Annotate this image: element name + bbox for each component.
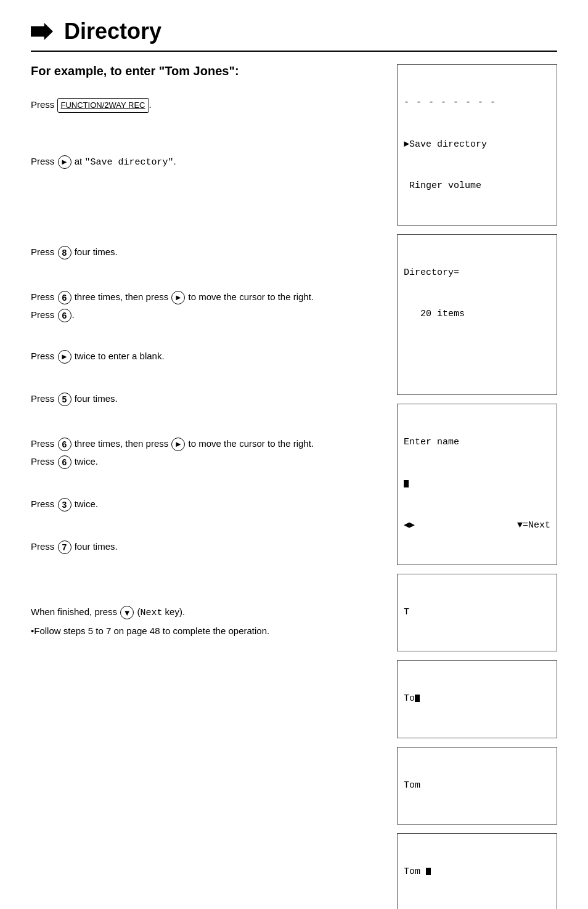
lcd-display-2: Directory= 20 items: [397, 234, 557, 396]
step-7b-text: Press 6 twice.: [31, 455, 378, 469]
lcd-3-line2: [404, 478, 550, 492]
lcd-6-line1: Tom: [404, 779, 550, 793]
step-3: Press 8 four times.: [31, 237, 378, 268]
right-arrow-key-4[interactable]: ►: [171, 438, 185, 451]
arrow-right-icon: [31, 23, 53, 40]
lcd-3-line3: ◀▶ ▼=Next: [404, 519, 550, 533]
step-8-text: Press 3 twice.: [31, 499, 98, 509]
lcd-display-1: - - - - - - - - ►Save directory Ringer v…: [397, 64, 557, 226]
lcd-1-line2: ►Save directory: [404, 138, 550, 152]
step-8: Press 3 twice.: [31, 489, 378, 520]
step-6: Press 5 four times.: [31, 383, 378, 415]
step-1: Press FUNCTION/2WAY REC.: [31, 89, 378, 121]
lcd-2-line2: 20 items: [404, 308, 550, 322]
step-10b-text: •Follow steps 5 to 7 on page 48 to compl…: [31, 624, 378, 638]
lcd-4-line1: T: [404, 606, 550, 620]
step-4a-text: Press 6 three times, then press ► to mov…: [31, 290, 378, 304]
step-5: Press ► twice to enter a blank.: [31, 341, 378, 372]
section-heading: For example, to enter "Tom Jones":: [31, 64, 378, 78]
right-arrow-key-3[interactable]: ►: [58, 350, 71, 364]
key-6a[interactable]: 6: [58, 291, 71, 304]
function-key[interactable]: FUNCTION/2WAY REC: [57, 98, 149, 113]
lcd-displays-column: - - - - - - - - ►Save directory Ringer v…: [397, 64, 557, 909]
step-9: Press 7 four times.: [31, 531, 378, 563]
key-6c[interactable]: 6: [58, 438, 71, 451]
step-2: Press ► at "Save directory".: [31, 146, 378, 179]
step-7a-text: Press 6 three times, then press ► to mov…: [31, 437, 378, 451]
step-9-text: Press 7 four times.: [31, 541, 118, 552]
right-arrow-key-2[interactable]: ►: [171, 291, 185, 304]
step-5-text: Press ► twice to enter a blank.: [31, 351, 165, 361]
right-arrow-key[interactable]: ►: [58, 155, 71, 169]
key-6b[interactable]: 6: [58, 309, 71, 322]
lcd-1-line3: Ringer volume: [404, 179, 550, 194]
lcd-3-line1: Enter name: [404, 436, 550, 450]
lcd-2-line1: Directory=: [404, 266, 550, 280]
step-10a-text: When finished, press ▼ (Next key).: [31, 605, 378, 621]
main-content: For example, to enter "Tom Jones": Press…: [31, 64, 557, 909]
step-4b-text: Press 6.: [31, 308, 378, 322]
key-7[interactable]: 7: [58, 540, 71, 554]
step-10: When finished, press ▼ (Next key). •Foll…: [31, 597, 378, 646]
key-5[interactable]: 5: [58, 393, 71, 406]
lcd-1-dashes: - - - - - - - -: [404, 96, 550, 110]
step-4: Press 6 three times, then press ► to mov…: [31, 282, 378, 331]
page-header: Directory: [31, 18, 557, 52]
step-3-text: Press 8 four times.: [31, 247, 118, 257]
page-title: Directory: [64, 18, 161, 44]
key-8[interactable]: 8: [58, 246, 71, 259]
instructions-column: For example, to enter "Tom Jones": Press…: [31, 64, 397, 909]
lcd-display-5: To: [397, 660, 557, 738]
lcd-display-3: Enter name ◀▶ ▼=Next: [397, 404, 557, 565]
step-2-text: Press ► at "Save directory".: [31, 156, 176, 166]
down-arrow-key[interactable]: ▼: [120, 606, 134, 619]
lcd-7-line1: Tom: [404, 865, 550, 879]
step-1-text: Press FUNCTION/2WAY REC.: [31, 99, 152, 110]
lcd-display-7: Tom: [397, 833, 557, 909]
step-6-text: Press 5 four times.: [31, 393, 118, 404]
lcd-display-6: Tom: [397, 747, 557, 825]
lcd-display-4: T: [397, 574, 557, 652]
key-3[interactable]: 3: [58, 498, 71, 512]
lcd-5-line1: To: [404, 692, 550, 706]
step-7: Press 6 three times, then press ► to mov…: [31, 428, 378, 478]
key-6d[interactable]: 6: [58, 455, 71, 469]
